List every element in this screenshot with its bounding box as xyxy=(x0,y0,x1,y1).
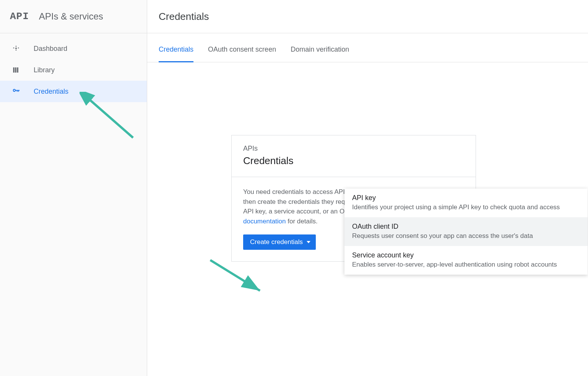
dropdown-item-desc: Requests user consent so your app can ac… xyxy=(352,232,580,240)
dashboard-icon xyxy=(11,44,21,53)
sidebar-nav: Dashboard Library Credentials xyxy=(0,33,147,102)
key-icon xyxy=(11,87,21,96)
sidebar-item-label: Library xyxy=(34,66,55,74)
dropdown-item-desc: Identifies your project using a simple A… xyxy=(352,203,580,211)
page-title: Credentials xyxy=(159,11,209,23)
library-icon xyxy=(11,65,21,75)
card-title: Credentials xyxy=(243,155,464,167)
tab-domain-verification[interactable]: Domain verification xyxy=(291,46,349,62)
dropdown-item-title: API key xyxy=(352,194,580,202)
dropdown-item-desc: Enables server-to-server, app-level auth… xyxy=(352,261,580,269)
card-header: APIs Credentials xyxy=(232,135,476,177)
tab-credentials[interactable]: Credentials xyxy=(159,46,193,62)
dropdown-item-oauth-client-id[interactable]: OAuth client ID Requests user consent so… xyxy=(344,217,588,246)
tab-oauth-consent[interactable]: OAuth consent screen xyxy=(208,46,276,62)
button-label: Create credentials xyxy=(250,238,303,246)
tabs: Credentials OAuth consent screen Domain … xyxy=(147,33,588,62)
chevron-down-icon xyxy=(307,241,310,243)
main: Credentials Credentials OAuth consent sc… xyxy=(147,0,588,376)
sidebar-item-label: Dashboard xyxy=(34,45,67,53)
card-overline: APIs xyxy=(243,145,464,153)
sidebar-item-library[interactable]: Library xyxy=(0,59,147,81)
main-header: Credentials xyxy=(147,0,588,33)
sidebar-item-dashboard[interactable]: Dashboard xyxy=(0,38,147,59)
sidebar-item-credentials[interactable]: Credentials xyxy=(0,81,147,102)
desc-text: You need credentials to access APIs. xyxy=(243,188,352,195)
sidebar: API APIs & services Dashboard Library xyxy=(0,0,147,376)
dropdown-item-title: Service account key xyxy=(352,251,580,259)
sidebar-title: APIs & services xyxy=(39,11,103,22)
dropdown-item-title: OAuth client ID xyxy=(352,223,580,231)
dropdown-item-api-key[interactable]: API key Identifies your project using a … xyxy=(344,189,588,217)
dropdown-item-service-account-key[interactable]: Service account key Enables server-to-se… xyxy=(344,246,588,275)
desc-text: for details. xyxy=(286,218,318,225)
create-credentials-button[interactable]: Create credentials xyxy=(243,234,316,250)
sidebar-header: API APIs & services xyxy=(0,0,147,33)
api-logo: API xyxy=(10,11,29,22)
create-credentials-dropdown: API key Identifies your project using a … xyxy=(344,189,588,275)
sidebar-item-label: Credentials xyxy=(34,88,68,96)
